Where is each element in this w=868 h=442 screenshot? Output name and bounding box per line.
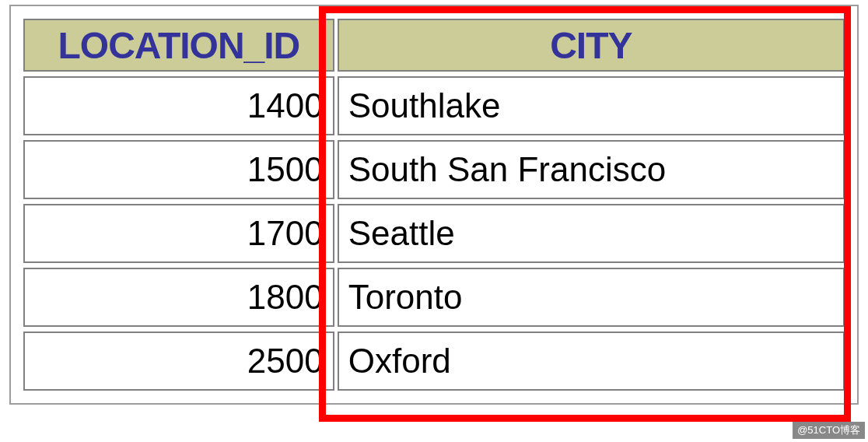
- cell-city: Seattle: [338, 204, 845, 263]
- cell-location-id: 1500: [23, 140, 334, 199]
- table-row: 1500 South San Francisco: [23, 140, 845, 199]
- cell-city: Oxford: [338, 332, 845, 391]
- table-row: 1400 Southlake: [23, 76, 845, 135]
- cell-city: Southlake: [338, 76, 845, 135]
- table-row: 1700 Seattle: [23, 204, 845, 263]
- locations-table: LOCATION_ID CITY 1400 Southlake 1500 Sou…: [20, 14, 848, 395]
- header-location-id: LOCATION_ID: [23, 19, 334, 72]
- table-row: 1800 Toronto: [23, 268, 845, 327]
- header-city: CITY: [338, 19, 845, 72]
- cell-location-id: 1700: [23, 204, 334, 263]
- cell-location-id: 2500: [23, 332, 334, 391]
- cell-city: Toronto: [338, 268, 845, 327]
- table-header-row: LOCATION_ID CITY: [23, 19, 845, 72]
- cell-location-id: 1800: [23, 268, 334, 327]
- cell-city: South San Francisco: [338, 140, 845, 199]
- watermark-label: @51CTO博客: [793, 422, 865, 439]
- table-row: 2500 Oxford: [23, 332, 845, 391]
- cell-location-id: 1400: [23, 76, 334, 135]
- data-table-container: LOCATION_ID CITY 1400 Southlake 1500 Sou…: [9, 5, 859, 405]
